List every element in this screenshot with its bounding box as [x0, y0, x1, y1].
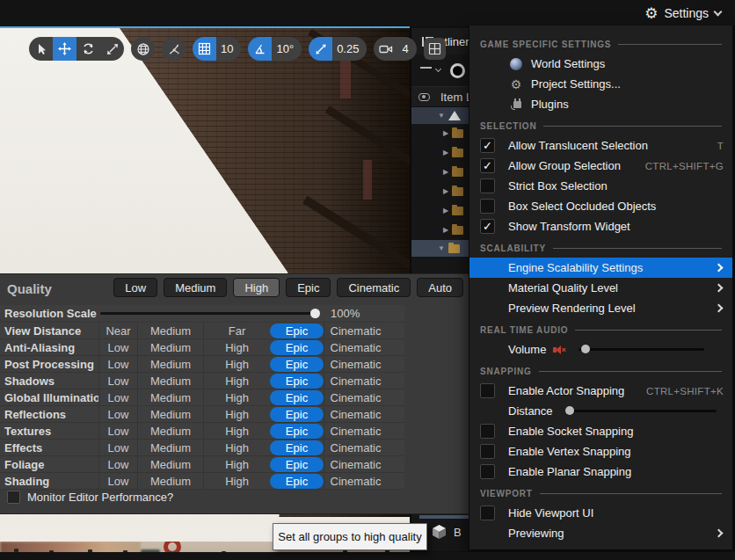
menu-item-hide-viewport-ui[interactable]: Hide Viewport UI: [469, 503, 732, 523]
quality-cell-textures-cinematic[interactable]: Cinematic: [324, 423, 387, 439]
grid-snap-value[interactable]: 10: [216, 42, 241, 55]
outliner-folder-row[interactable]: ▶: [411, 124, 469, 143]
checkbox-box-select-occluded-objects[interactable]: [480, 199, 495, 214]
menu-item-engine-scalability-settings[interactable]: Engine Scalability Settings: [469, 258, 732, 278]
menu-item-distance[interactable]: Distance: [469, 401, 732, 421]
camera-speed-button[interactable]: [374, 37, 397, 61]
monitor-performance-checkbox[interactable]: [7, 491, 20, 504]
quality-cell-shading-medium[interactable]: Medium: [137, 473, 203, 489]
menu-item-box-select-occluded-objects[interactable]: Box Select Occluded Objects: [469, 196, 732, 216]
quality-cell-global-illumination-low[interactable]: Low: [98, 389, 137, 405]
preset-high-button[interactable]: High: [233, 278, 280, 297]
quality-cell-view-distance-far[interactable]: Far: [203, 323, 270, 338]
outliner-world-row[interactable]: ▼: [411, 107, 469, 124]
expand-arrow-icon[interactable]: ▶: [443, 207, 448, 215]
collapse-arrow-icon[interactable]: ▼: [438, 113, 445, 120]
quality-cell-global-illumination-high[interactable]: High: [203, 389, 270, 405]
quality-cell-reflections-low[interactable]: Low: [98, 406, 137, 422]
quality-cell-anti-aliasing-epic[interactable]: Epic: [270, 340, 324, 355]
preset-epic-button[interactable]: Epic: [286, 278, 331, 297]
quality-cell-shadows-epic[interactable]: Epic: [270, 374, 324, 389]
menu-item-plugins[interactable]: Plugins: [469, 94, 732, 114]
outliner-folder-row[interactable]: ▶: [411, 163, 469, 182]
slider-knob[interactable]: [310, 309, 320, 318]
quality-cell-anti-aliasing-medium[interactable]: Medium: [137, 339, 203, 355]
quality-cell-effects-low[interactable]: Low: [98, 440, 137, 455]
preset-low-button[interactable]: Low: [113, 278, 157, 297]
expand-arrow-icon[interactable]: ▶: [443, 188, 448, 195]
outliner-folder-row[interactable]: ▶: [411, 143, 469, 163]
outliner-folder-row[interactable]: ▶: [411, 201, 469, 221]
scale-snap-value[interactable]: 0.25: [332, 42, 367, 55]
resolution-scale-slider[interactable]: [100, 312, 318, 315]
quality-cell-reflections-medium[interactable]: Medium: [137, 406, 203, 422]
visibility-eye-icon[interactable]: [418, 93, 430, 101]
menu-item-material-quality-level[interactable]: Material Quality Level: [469, 278, 732, 298]
quality-cell-global-illumination-medium[interactable]: Medium: [137, 389, 203, 405]
move-tool-button[interactable]: [53, 37, 76, 61]
quality-cell-effects-epic[interactable]: Epic: [270, 440, 324, 455]
quality-cell-foliage-medium[interactable]: Medium: [137, 456, 203, 472]
rotation-snap-toggle[interactable]: [248, 37, 272, 61]
menu-item-world-settings[interactable]: World Settings: [469, 54, 732, 74]
filter-chevron-icon[interactable]: [435, 65, 441, 71]
quality-cell-textures-high[interactable]: High: [203, 423, 270, 439]
preset-cinematic-button[interactable]: Cinematic: [337, 278, 411, 297]
grid-snap-control[interactable]: 10: [193, 37, 241, 61]
quality-cell-shading-cinematic[interactable]: Cinematic: [324, 473, 387, 489]
settings-menu-button[interactable]: Settings: [664, 6, 709, 20]
surface-snapping-button[interactable]: [162, 37, 186, 61]
select-tool-button[interactable]: [29, 37, 53, 61]
scale-tool-button[interactable]: [100, 37, 124, 61]
quality-cell-anti-aliasing-high[interactable]: High: [203, 339, 270, 355]
quality-cell-view-distance-near[interactable]: Near: [98, 323, 137, 338]
quality-cell-reflections-cinematic[interactable]: Cinematic: [324, 406, 387, 422]
outliner-column-header[interactable]: Item Label: [411, 86, 469, 107]
quality-cell-reflections-high[interactable]: High: [203, 406, 270, 422]
menu-item-previewing[interactable]: Previewing: [469, 523, 732, 543]
checkbox-enable-vertex-snapping[interactable]: [480, 444, 495, 459]
quality-cell-post-processing-epic[interactable]: Epic: [270, 357, 324, 372]
quality-cell-global-illumination-cinematic[interactable]: Cinematic: [324, 389, 387, 405]
quality-cell-shadows-high[interactable]: High: [203, 373, 270, 389]
quality-cell-effects-cinematic[interactable]: Cinematic: [324, 440, 387, 455]
outliner-selected-folder-row[interactable]: ▼: [411, 240, 469, 257]
quality-cell-view-distance-epic[interactable]: Epic: [270, 324, 324, 338]
grid-snap-toggle[interactable]: [193, 37, 216, 61]
quad-view-button[interactable]: [424, 38, 446, 60]
preset-auto-button[interactable]: Auto: [417, 278, 463, 297]
quality-cell-post-processing-low[interactable]: Low: [98, 356, 137, 372]
volume-slider[interactable]: [579, 348, 704, 351]
checkbox-show-transform-widget[interactable]: ✓: [480, 219, 495, 234]
camera-speed-value[interactable]: 4: [397, 42, 416, 55]
expand-arrow-icon[interactable]: ▶: [443, 130, 448, 137]
quality-cell-textures-low[interactable]: Low: [98, 423, 137, 439]
menu-item-enable-actor-snapping[interactable]: Enable Actor SnappingCTRL+SHIFT+K: [469, 381, 732, 401]
rotate-tool-button[interactable]: [76, 37, 100, 61]
quality-cell-global-illumination-epic[interactable]: Epic: [270, 390, 324, 405]
menu-item-enable-socket-snapping[interactable]: Enable Socket Snapping: [469, 421, 732, 441]
quality-cell-anti-aliasing-low[interactable]: Low: [98, 339, 137, 355]
filter-icon[interactable]: [420, 66, 432, 76]
expand-arrow-icon[interactable]: ▶: [443, 227, 448, 234]
quality-cell-view-distance-medium[interactable]: Medium: [137, 323, 203, 338]
quality-cell-reflections-epic[interactable]: Epic: [270, 407, 324, 422]
quality-cell-anti-aliasing-cinematic[interactable]: Cinematic: [324, 339, 387, 355]
quality-cell-effects-high[interactable]: High: [203, 440, 270, 455]
collapse-arrow-icon[interactable]: ▼: [438, 245, 445, 252]
checkbox-allow-group-selection[interactable]: ✓: [480, 158, 495, 173]
quality-cell-textures-epic[interactable]: Epic: [270, 424, 324, 439]
search-icon[interactable]: [450, 63, 465, 78]
quality-cell-foliage-epic[interactable]: Epic: [270, 457, 324, 472]
checkbox-hide-viewport-ui[interactable]: [480, 505, 495, 520]
checkbox-allow-translucent-selection[interactable]: ✓: [480, 138, 495, 153]
menu-item-volume[interactable]: Volume×: [469, 339, 732, 360]
rotation-snap-value[interactable]: 10°: [272, 42, 302, 55]
menu-item-strict-box-selection[interactable]: Strict Box Selection: [469, 176, 732, 196]
monitor-performance-row[interactable]: Monitor Editor Performance?: [7, 491, 173, 504]
quality-cell-shading-low[interactable]: Low: [98, 473, 137, 489]
menu-item-show-transform-widget[interactable]: ✓Show Transform Widget: [469, 216, 732, 236]
distance-slider[interactable]: [565, 410, 717, 412]
quality-cell-shadows-medium[interactable]: Medium: [137, 373, 203, 389]
menu-item-project-settings[interactable]: ⚙Project Settings...: [469, 74, 732, 94]
